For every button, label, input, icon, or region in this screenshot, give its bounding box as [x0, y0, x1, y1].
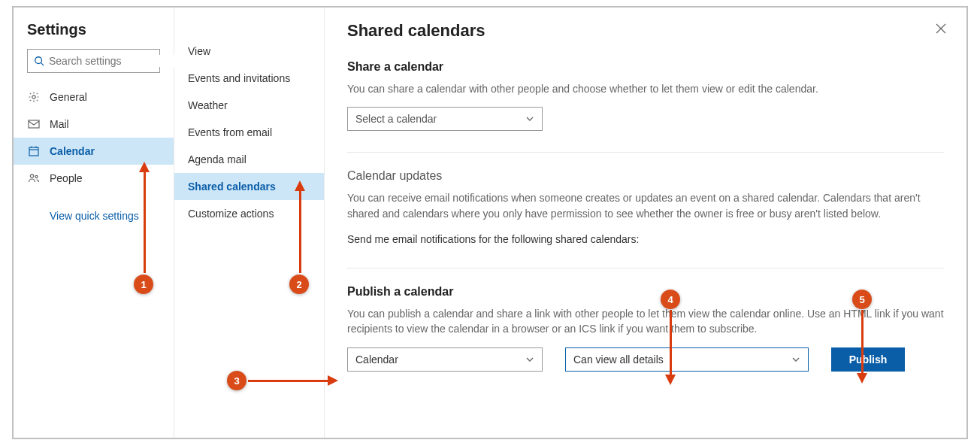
select-value: Calendar	[355, 353, 398, 366]
select-value: Can view all details	[573, 353, 664, 366]
updates-title: Calendar updates	[347, 169, 944, 183]
close-icon	[935, 23, 947, 35]
settings-title: Settings	[14, 21, 174, 49]
chevron-down-icon	[525, 355, 534, 364]
nav-calendar[interactable]: Calendar	[14, 138, 174, 165]
svg-point-9	[35, 175, 38, 177]
gear-icon	[27, 91, 41, 103]
annotation-arrow-3-line	[248, 380, 329, 382]
chevron-down-icon	[791, 355, 800, 364]
svg-line-1	[41, 63, 44, 66]
mail-icon	[27, 120, 41, 129]
search-settings-input[interactable]	[27, 49, 160, 73]
annotation-arrow-4-line	[670, 310, 672, 376]
updates-section: Calendar updates You can receive email n…	[347, 169, 944, 247]
publish-desc: You can publish a calendar and share a l…	[347, 306, 944, 337]
main-panel: Shared calendars Share a calendar You ca…	[325, 8, 966, 438]
divider	[347, 268, 944, 269]
sub-customize-actions[interactable]: Customize actions	[174, 200, 324, 227]
share-section: Share a calendar You can share a calenda…	[347, 60, 944, 131]
search-field[interactable]	[49, 55, 180, 67]
close-button[interactable]	[935, 23, 950, 38]
nav-people[interactable]: People	[14, 165, 174, 192]
publish-button[interactable]: Publish	[831, 347, 905, 372]
annotation-arrow-5-line	[861, 310, 864, 375]
chevron-down-icon	[525, 114, 534, 123]
share-desc: You can share a calendar with other peop…	[347, 81, 944, 96]
calendar-icon	[27, 145, 41, 157]
sub-view[interactable]: View	[174, 38, 324, 65]
annotation-arrow-3	[328, 375, 338, 386]
nav-general[interactable]: General	[14, 83, 174, 111]
sub-weather[interactable]: Weather	[174, 92, 324, 119]
nav-label: Mail	[50, 118, 69, 130]
publish-permission-dropdown[interactable]: Can view all details	[565, 347, 809, 372]
annotation-arrow-4	[665, 375, 676, 385]
page-heading: Shared calendars	[347, 21, 944, 60]
svg-point-8	[30, 174, 33, 177]
svg-rect-3	[29, 120, 39, 128]
select-calendar-dropdown[interactable]: Select a calendar	[347, 107, 543, 131]
divider	[347, 152, 944, 153]
annotation-arrow-2-line	[299, 190, 301, 273]
select-value: Select a calendar	[355, 113, 437, 125]
updates-prompt: Send me email notifications for the foll…	[347, 232, 944, 247]
calendar-subsidebar: View Events and invitations Weather Even…	[174, 8, 325, 438]
annotation-badge-3: 3	[227, 371, 247, 390]
nav-mail[interactable]: Mail	[14, 111, 174, 138]
sub-agenda-mail[interactable]: Agenda mail	[174, 146, 324, 173]
annotation-badge-4: 4	[661, 290, 680, 309]
annotation-badge-2: 2	[289, 275, 309, 294]
annotation-arrow-1	[139, 162, 150, 172]
sub-events-from-email[interactable]: Events from email	[174, 119, 324, 146]
annotation-arrow-5	[857, 373, 867, 384]
nav-label: Calendar	[50, 145, 95, 157]
search-icon	[34, 56, 44, 66]
svg-point-0	[35, 57, 42, 64]
nav-label: People	[50, 172, 83, 184]
people-icon	[27, 173, 41, 184]
publish-calendar-dropdown[interactable]: Calendar	[347, 347, 543, 372]
svg-point-2	[32, 96, 35, 99]
view-quick-settings-link[interactable]: View quick settings	[14, 192, 174, 222]
svg-rect-4	[29, 147, 38, 156]
annotation-arrow-1-line	[144, 171, 146, 273]
share-title: Share a calendar	[347, 60, 944, 74]
annotation-badge-5: 5	[852, 290, 872, 309]
annotation-badge-1: 1	[134, 275, 153, 294]
sub-events-invitations[interactable]: Events and invitations	[174, 65, 324, 92]
updates-desc: You can receive email notifications when…	[347, 190, 944, 221]
annotation-arrow-2	[295, 181, 305, 191]
settings-sidebar: Settings General Mail Calendar	[14, 8, 174, 438]
nav-label: General	[50, 91, 87, 103]
